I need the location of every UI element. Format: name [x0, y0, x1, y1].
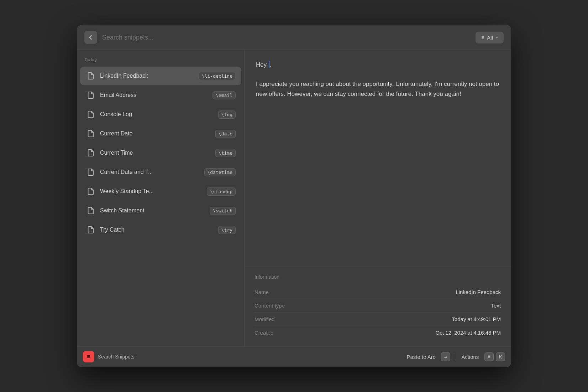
app-icon: ≡: [83, 351, 94, 362]
actions-button[interactable]: Actions: [458, 352, 482, 362]
chevron-down-icon: ▾: [496, 35, 498, 40]
file-icon: [86, 129, 96, 139]
preview-area: Hey , I appreciate you reaching out abou…: [245, 50, 511, 267]
snippet-item[interactable]: Email Address \email: [80, 86, 241, 104]
paste-to-arc-button[interactable]: Paste to Arc: [403, 352, 439, 362]
app-icon-symbol: ≡: [87, 354, 90, 360]
snippet-tag: \try: [218, 226, 236, 234]
info-row-value: LinkedIn Feedback: [456, 289, 501, 295]
info-row: Modified Today at 4:49:01 PM: [254, 313, 501, 326]
file-icon: [86, 148, 96, 158]
cmd-key-badge: ⌘: [484, 352, 494, 361]
snippet-name: Try Catch: [100, 227, 214, 233]
snippet-item[interactable]: Weekly Standup Te... \standup: [80, 182, 241, 201]
back-button[interactable]: [84, 31, 97, 44]
info-panel: Information Name LinkedIn Feedback Conte…: [245, 267, 511, 346]
snippet-name: LinkedIn Feedback: [100, 73, 194, 79]
info-row-label: Content type: [254, 303, 285, 309]
header: ≡ All ▾: [77, 25, 511, 50]
file-icon: [86, 186, 96, 196]
info-row: Created Oct 12, 2024 at 4:16:48 PM: [254, 326, 501, 339]
text-cursor: [269, 61, 269, 68]
snippet-item[interactable]: LinkedIn Feedback \li-decline: [80, 67, 241, 85]
snippet-item[interactable]: Console Log \log: [80, 105, 241, 124]
app-window: ≡ All ▾ Today LinkedIn Feedback \li-decl…: [77, 25, 511, 367]
snippet-tag: \date: [215, 130, 236, 138]
enter-key-badge: ↵: [441, 352, 450, 361]
footer-divider: [454, 353, 454, 360]
right-panel: Hey , I appreciate you reaching out abou…: [245, 50, 511, 346]
sidebar: Today LinkedIn Feedback \li-decline Emai…: [77, 50, 245, 346]
info-row-value: Today at 4:49:01 PM: [452, 316, 501, 322]
snippet-name: Current Time: [100, 150, 211, 156]
file-icon: [86, 90, 96, 100]
snippet-item[interactable]: Switch Statement \switch: [80, 201, 241, 220]
filter-label: All: [487, 35, 493, 41]
section-today: Today: [77, 56, 244, 66]
main-content: Today LinkedIn Feedback \li-decline Emai…: [77, 50, 511, 346]
footer: ≡ Search Snippets Paste to Arc ↵ Actions…: [77, 346, 511, 367]
file-icon: [86, 109, 96, 119]
footer-app-label: Search Snippets: [98, 354, 135, 360]
info-row-label: Modified: [254, 316, 275, 322]
info-title: Information: [254, 274, 501, 280]
footer-right: Paste to Arc ↵ Actions ⌘ K: [403, 352, 505, 362]
snippet-name: Current Date: [100, 130, 211, 137]
info-row-value: Text: [491, 303, 501, 309]
footer-left: ≡ Search Snippets: [83, 351, 135, 362]
k-key-badge: K: [496, 352, 505, 361]
preview-body: I appreciate you reaching out about the …: [256, 79, 499, 98]
snippet-tag: \time: [215, 149, 236, 157]
filter-icon: ≡: [481, 35, 484, 40]
info-row: Name LinkedIn Feedback: [254, 285, 501, 299]
snippet-name: Weekly Standup Te...: [100, 188, 203, 195]
filter-button[interactable]: ≡ All ▾: [476, 32, 504, 43]
snippet-name: Console Log: [100, 111, 214, 118]
info-row-label: Created: [254, 330, 273, 336]
snippet-tag: \log: [218, 110, 236, 119]
snippet-name: Switch Statement: [100, 207, 205, 214]
info-row-label: Name: [254, 289, 269, 295]
info-row-value: Oct 12, 2024 at 4:16:48 PM: [436, 330, 501, 336]
preview-text: Hey , I appreciate you reaching out abou…: [256, 60, 499, 99]
file-icon: [86, 206, 96, 216]
snippet-item[interactable]: Current Date \date: [80, 124, 241, 143]
snippet-name: Email Address: [100, 92, 208, 98]
snippet-tag: \datetime: [204, 168, 236, 176]
file-icon: [86, 167, 96, 177]
search-input[interactable]: [102, 34, 471, 41]
info-row: Content type Text: [254, 299, 501, 313]
snippet-item[interactable]: Try Catch \try: [80, 221, 241, 239]
snippet-item[interactable]: Current Time \time: [80, 144, 241, 162]
snippet-item[interactable]: Current Date and T... \datetime: [80, 163, 241, 181]
snippet-tag: \email: [212, 91, 236, 99]
snippet-tag: \standup: [207, 187, 236, 196]
snippet-tag: \switch: [210, 207, 236, 215]
snippet-tag: \li-decline: [199, 72, 236, 80]
file-icon: [86, 71, 96, 81]
file-icon: [86, 225, 96, 235]
snippet-name: Current Date and T...: [100, 169, 200, 175]
